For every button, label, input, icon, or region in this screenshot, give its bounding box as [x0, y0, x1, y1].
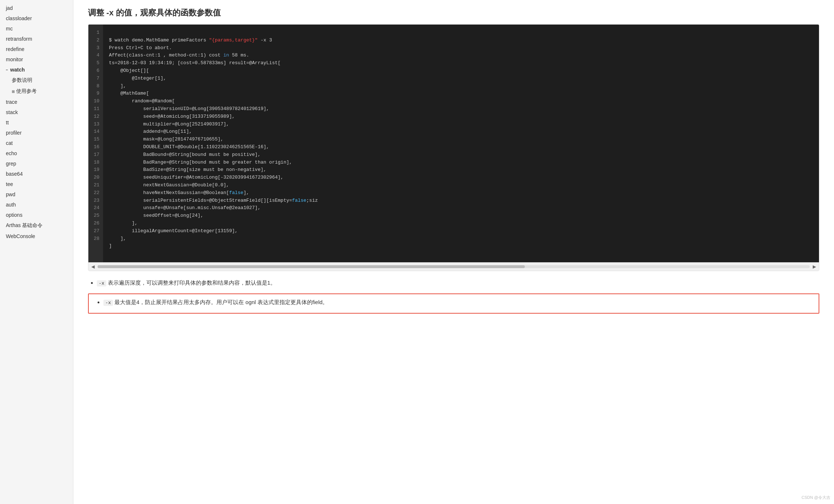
sidebar-item-label: pwd	[6, 191, 15, 197]
sidebar-item-echo[interactable]: echo	[0, 148, 73, 158]
sidebar-item-label: tee	[6, 181, 13, 187]
code-content: $ watch demo.MathGame primeFactors "{par…	[103, 25, 819, 262]
code-block[interactable]: 12345 678910 1112131415 1617181920 21222…	[88, 25, 819, 262]
sidebar-item-label: profiler	[6, 130, 22, 136]
main-content: 调整 -x 的值，观察具体的函数参数值 12345 678910 1112131…	[73, 0, 834, 504]
sidebar-item-label: 参数说明	[12, 77, 32, 84]
sidebar-item-label: watch	[10, 67, 25, 73]
scroll-left-arrow[interactable]: ◀	[90, 263, 96, 270]
scroll-right-arrow[interactable]: ▶	[811, 263, 817, 270]
bullet-list: -x 表示遍历深度，可以调整来打印具体的参数和结果内容，默认值是1。	[88, 278, 819, 288]
sidebar-item-mc[interactable]: mc	[0, 23, 73, 34]
sidebar-item-label: stack	[6, 109, 18, 115]
sidebar-item-label: cat	[6, 140, 13, 146]
inline-code-x: -x	[103, 300, 113, 306]
sidebar-item-tt[interactable]: tt	[0, 117, 73, 128]
sidebar-item-label: Arthas 基础命令	[6, 222, 43, 229]
highlight-bullet-item: -x 最大值是4，防止展开结果占用太多内存。用户可以在 ognl 表达式里指定更…	[103, 298, 813, 307]
sidebar-item-redefine[interactable]: redefine	[0, 44, 73, 54]
sidebar-item-label: trace	[6, 99, 17, 105]
plus-icon: ⊞	[12, 90, 15, 94]
sidebar-item-base64[interactable]: base64	[0, 169, 73, 179]
sidebar-item-label: WebConsole	[6, 233, 35, 239]
sidebar-item-label: tt	[6, 120, 9, 125]
sidebar-item-label: echo	[6, 150, 17, 156]
bullet-item-1: -x 表示遍历深度，可以调整来打印具体的参数和结果内容，默认值是1。	[97, 278, 819, 288]
sidebar-item-stack[interactable]: stack	[0, 107, 73, 117]
sidebar-item-label: jad	[6, 5, 13, 11]
highlight-bullet-list: -x 最大值是4，防止展开结果占用太多内存。用户可以在 ognl 表达式里指定更…	[95, 298, 813, 307]
sidebar-item-label: classloader	[6, 15, 32, 21]
code-block-wrapper: 12345 678910 1112131415 1617181920 21222…	[88, 24, 819, 271]
sidebar-item-label: base64	[6, 171, 23, 177]
sidebar-item-cat[interactable]: cat	[0, 138, 73, 148]
sidebar-item-monitor[interactable]: monitor	[0, 54, 73, 65]
sidebar-item-jad[interactable]: jad	[0, 3, 73, 13]
sidebar-item-trace[interactable]: trace	[0, 97, 73, 107]
highlight-bullet-text: 最大值是4，防止展开结果占用太多内存。用户可以在 ognl 表达式里指定更具体的…	[114, 299, 328, 305]
sidebar-item-label: redefine	[6, 46, 25, 52]
sidebar-item-retransform[interactable]: retransform	[0, 34, 73, 44]
inline-code: -x	[97, 280, 106, 286]
scroll-thumb[interactable]	[98, 265, 525, 268]
watermark: CSDN @令大吉	[802, 495, 830, 500]
scroll-track[interactable]	[98, 265, 810, 268]
sidebar-item-params[interactable]: 参数说明	[0, 75, 73, 86]
sidebar-item-grep[interactable]: grep	[0, 158, 73, 169]
line-numbers: 12345 678910 1112131415 1617181920 21222…	[88, 25, 103, 262]
sidebar-item-pwd[interactable]: pwd	[0, 189, 73, 200]
sidebar-item-label: retransform	[6, 36, 32, 42]
minus-icon: −	[6, 68, 8, 72]
sidebar-item-label: options	[6, 212, 22, 218]
sidebar-item-label: mc	[6, 26, 13, 32]
sidebar-item-label: monitor	[6, 56, 23, 62]
sidebar-item-tee[interactable]: tee	[0, 179, 73, 189]
sidebar: jad classloader mc retransform redefine …	[0, 0, 73, 504]
sidebar-item-profiler[interactable]: profiler	[0, 128, 73, 138]
sidebar-item-auth[interactable]: auth	[0, 200, 73, 210]
code-scrollbar[interactable]: ◀ ▶	[88, 262, 819, 271]
sidebar-item-label: grep	[6, 161, 16, 167]
sidebar-item-label: auth	[6, 202, 16, 208]
sidebar-item-label: 使用参考	[16, 88, 37, 95]
sidebar-item-webconsole[interactable]: WebConsole	[0, 231, 73, 241]
sidebar-item-arthas[interactable]: Arthas 基础命令	[0, 220, 73, 231]
bullet-text-1: 表示遍历深度，可以调整来打印具体的参数和结果内容，默认值是1。	[108, 280, 276, 286]
sidebar-item-classloader[interactable]: classloader	[0, 13, 73, 23]
highlight-box: -x 最大值是4，防止展开结果占用太多内存。用户可以在 ognl 表达式里指定更…	[88, 293, 819, 314]
sidebar-item-options[interactable]: options	[0, 210, 73, 220]
sidebar-item-watch[interactable]: − watch	[0, 65, 73, 75]
section-title: 调整 -x 的值，观察具体的函数参数值	[88, 7, 819, 18]
sidebar-item-usage[interactable]: ⊞ 使用参考	[0, 86, 73, 97]
